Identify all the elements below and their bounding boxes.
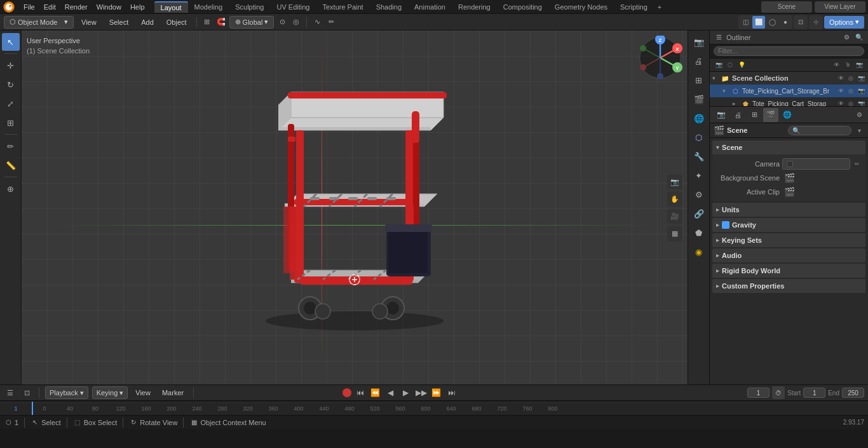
play-btn[interactable]: ▶ [400,386,412,399]
collection-render-btn[interactable]: 📷 [857,74,865,83]
tool-annotate[interactable]: ✏ [2,137,20,155]
prop-material-icon[interactable]: ◉ [690,243,708,261]
wireframe-shading[interactable]: ◫ [739,16,752,29]
tool-measure[interactable]: 📏 [2,156,20,174]
rigid-body-header[interactable]: ▸ Rigid Body World [712,264,865,278]
fly-icon[interactable]: 🎥 [667,208,682,224]
prop-particles-icon[interactable]: ✦ [690,166,708,184]
current-frame-input[interactable] [747,388,770,398]
outliner-visibility-icon[interactable]: 👁 [831,60,841,70]
next-keyframe-btn[interactable]: ⏩ [430,386,443,399]
workspace-modeling[interactable]: Modeling [188,2,229,12]
outliner-select-icon[interactable]: 🖱 [843,60,853,70]
transform-toggle[interactable]: ⊞ [201,17,213,28]
camera-view-icon[interactable]: 📷 [667,174,682,189]
menu-edit[interactable]: Edit [39,2,60,12]
view-menu[interactable]: View [76,16,102,29]
workspace-animation[interactable]: Animation [408,2,452,12]
prop-data-icon[interactable]: ⬟ [690,224,708,241]
camera-value[interactable] [782,158,850,170]
workspace-layout[interactable]: Layout [154,1,188,13]
annotation-icon[interactable]: ✏ [325,17,337,28]
tool-transform[interactable]: ⊞ [2,114,20,132]
tool-move[interactable]: ✛ [2,57,20,74]
select-menu[interactable]: Select [104,16,134,29]
material-shading[interactable]: ◯ [766,16,778,29]
prop-object-icon[interactable]: ⬡ [690,128,708,146]
menu-window[interactable]: Window [92,2,126,12]
next-frame-btn[interactable]: ▶▶ [415,386,428,399]
outliner-item-1[interactable]: ▸ ⬟ Tote_Picking_Cart_Storag 👁 ◎ 📷 [710,97,868,107]
prop-world-icon[interactable]: 🌐 [690,109,708,127]
scene-section-header[interactable]: ▾ Scene [712,140,865,154]
outliner-item-0[interactable]: ▾ ⬡ Tote_Picking_Cart_Storage_Br 👁 ◎ 📷 [710,85,868,97]
object-menu[interactable]: Object [161,16,192,29]
outliner-render-icon[interactable]: 📷 [854,60,864,70]
scene-selector[interactable]: Scene [761,1,812,13]
prop-tab-render[interactable]: 📷 [714,108,729,122]
item-render-btn-0[interactable]: 📷 [857,86,865,95]
audio-header[interactable]: ▸ Audio [712,248,865,262]
collection-icon[interactable]: ▦ [667,226,682,241]
record-button[interactable] [342,388,351,397]
workspace-shading[interactable]: Shading [370,2,408,12]
workspace-rendering[interactable]: Rendering [452,2,497,12]
item-eye-btn-0[interactable]: 👁 [836,86,845,95]
prop-modifier-icon[interactable]: 🔧 [690,147,708,165]
add-menu[interactable]: Add [136,16,159,29]
transform-orientation[interactable]: ⊕ Global ▾ [229,16,275,29]
select-indicator[interactable]: ↖ Select [31,418,61,427]
viewport[interactable]: User Perspective (1) Scene Collection [22,31,688,384]
jump-end-btn[interactable]: ⏭ [445,386,458,399]
prop-tab-scene[interactable]: 🎬 [763,108,778,122]
axes-widget[interactable]: X Y Z [638,36,682,80]
keying-dropdown[interactable]: Keying ▾ [92,386,128,399]
tool-add[interactable]: ⊕ [2,180,20,198]
outliner-filter-camera[interactable]: 📷 [714,60,724,70]
gizmo-toggle[interactable]: ⊹ [810,16,822,29]
camera-edit-icon[interactable]: ✏ [853,160,862,168]
keying-sets-header[interactable]: ▸ Keying Sets [712,233,865,247]
custom-props-header[interactable]: ▸ Custom Properties [712,279,865,293]
item-select-btn-1[interactable]: ◎ [846,99,855,107]
workspace-sculpting[interactable]: Sculpting [229,2,270,12]
options-button[interactable]: Options ▾ [824,16,864,29]
item-render-btn-1[interactable]: 📷 [857,99,865,107]
workspace-texture-paint[interactable]: Texture Paint [316,2,369,12]
prop-header-icon[interactable]: ⚙ [854,110,864,120]
view-layer-selector[interactable]: View Layer [815,1,865,13]
menu-render[interactable]: Render [60,2,92,12]
snapping-icon[interactable]: ∿ [311,17,323,28]
context-menu-indicator[interactable]: ▦ Object Context Menu [189,418,266,427]
item-select-btn-0[interactable]: ◎ [846,86,855,95]
tool-rotate[interactable]: ↻ [2,76,20,93]
proportional-icon[interactable]: ◎ [290,17,302,28]
prop-tab-viewlayer[interactable]: ⊞ [747,108,762,122]
tool-cursor[interactable]: ↖ [2,33,20,51]
rotate-view-indicator[interactable]: ↻ Rotate View [129,418,177,427]
collection-select-btn[interactable]: ◎ [846,74,855,83]
gravity-section-header[interactable]: ▸ Gravity [712,218,865,232]
solid-shading[interactable]: ⬜ [752,16,765,29]
mode-selector[interactable]: ⬡ Object Mode ▾ [4,16,74,29]
prop-constraints-icon[interactable]: 🔗 [690,205,708,222]
gravity-checkbox[interactable] [722,221,729,229]
menu-help[interactable]: Help [126,2,149,12]
jump-start-btn[interactable]: ⏮ [354,386,367,399]
pan-icon[interactable]: ✋ [667,191,682,207]
workspace-add-button[interactable]: + [654,2,665,12]
workspace-uv-editing[interactable]: UV Editing [270,2,316,12]
marker-dropdown[interactable]: Marker [158,386,187,399]
units-section-header[interactable]: ▸ Units [712,203,865,217]
outliner-search-input[interactable] [714,46,864,56]
workspace-geometry-nodes[interactable]: Geometry Nodes [548,2,614,12]
outliner-search-icon[interactable]: 🔍 [854,32,864,43]
active-clip-icon[interactable]: 🎬 [782,185,796,199]
outliner-scene-collection[interactable]: ▾ 📁 Scene Collection 👁 ◎ 📷 [710,72,868,85]
view-dropdown[interactable]: View [132,386,154,399]
timeline-track[interactable]: 1 0 40 80 120 160 200 240 280 320 360 40… [0,401,868,415]
item-eye-btn-1[interactable]: 👁 [836,99,845,107]
properties-options-btn[interactable]: ▾ [854,125,864,135]
snap-icon[interactable]: 🧲 [215,17,227,28]
collection-eye-btn[interactable]: 👁 [836,74,845,83]
